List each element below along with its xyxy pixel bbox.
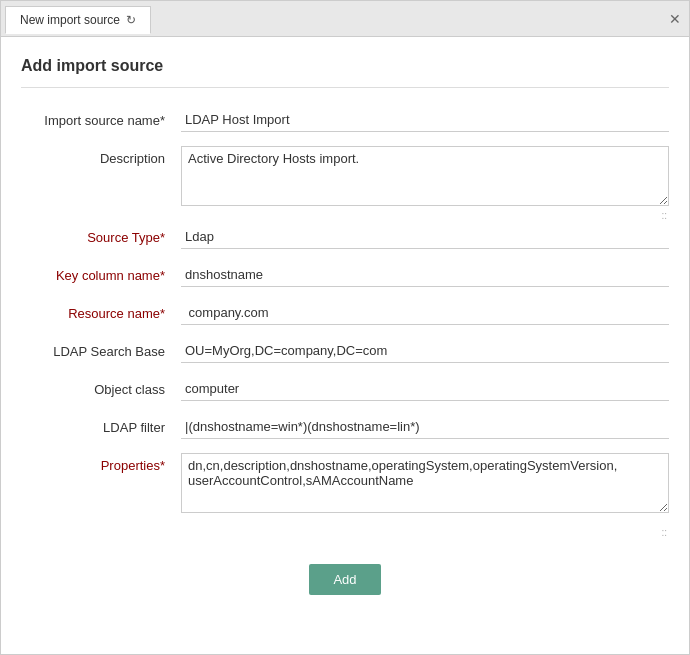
main-content: Add import source Import source name* De… xyxy=(1,37,689,654)
tab-label: New import source xyxy=(20,13,120,27)
field-key-column-name: Key column name* xyxy=(21,263,669,287)
bottom-area: :: xyxy=(181,527,669,538)
tab-bar: New import source ↻ ✕ xyxy=(1,1,689,37)
input-import-source-name[interactable] xyxy=(181,108,669,132)
field-resource-name: Resource name* xyxy=(21,301,669,325)
bottom-resize-hint: :: xyxy=(181,527,669,538)
field-properties: Properties* dn,cn,description,dnshostnam… xyxy=(21,453,669,513)
field-import-source-name: Import source name* xyxy=(21,108,669,132)
input-key-column-name[interactable] xyxy=(181,263,669,287)
field-source-type: Source Type* xyxy=(21,225,669,249)
field-ldap-search-base: LDAP Search Base xyxy=(21,339,669,363)
input-description[interactable]: Active Directory Hosts import. xyxy=(181,146,669,206)
field-object-class: Object class xyxy=(21,377,669,401)
button-row: Add xyxy=(21,564,669,605)
input-ldap-filter[interactable] xyxy=(181,415,669,439)
field-ldap-filter: LDAP filter xyxy=(21,415,669,439)
label-object-class: Object class xyxy=(21,377,181,397)
close-button[interactable]: ✕ xyxy=(669,12,681,26)
input-source-type[interactable] xyxy=(181,225,669,249)
add-button[interactable]: Add xyxy=(309,564,380,595)
refresh-icon[interactable]: ↻ xyxy=(126,13,136,27)
description-resize-hint: :: xyxy=(181,210,669,221)
tab-new-import-source[interactable]: New import source ↻ xyxy=(5,6,151,34)
label-key-column-name: Key column name* xyxy=(21,263,181,283)
window: New import source ↻ ✕ Add import source … xyxy=(0,0,690,655)
input-resource-name[interactable] xyxy=(181,301,669,325)
label-import-source-name: Import source name* xyxy=(21,108,181,128)
input-ldap-search-base[interactable] xyxy=(181,339,669,363)
label-ldap-search-base: LDAP Search Base xyxy=(21,339,181,359)
label-source-type: Source Type* xyxy=(21,225,181,245)
form-area: Import source name* Description Active D… xyxy=(21,108,669,605)
field-description: Description Active Directory Hosts impor… xyxy=(21,146,669,206)
label-properties: Properties* xyxy=(21,453,181,473)
page-title: Add import source xyxy=(21,57,669,88)
input-object-class[interactable] xyxy=(181,377,669,401)
input-properties[interactable]: dn,cn,description,dnshostname,operatingS… xyxy=(181,453,669,513)
label-resource-name: Resource name* xyxy=(21,301,181,321)
label-description: Description xyxy=(21,146,181,166)
label-ldap-filter: LDAP filter xyxy=(21,415,181,435)
